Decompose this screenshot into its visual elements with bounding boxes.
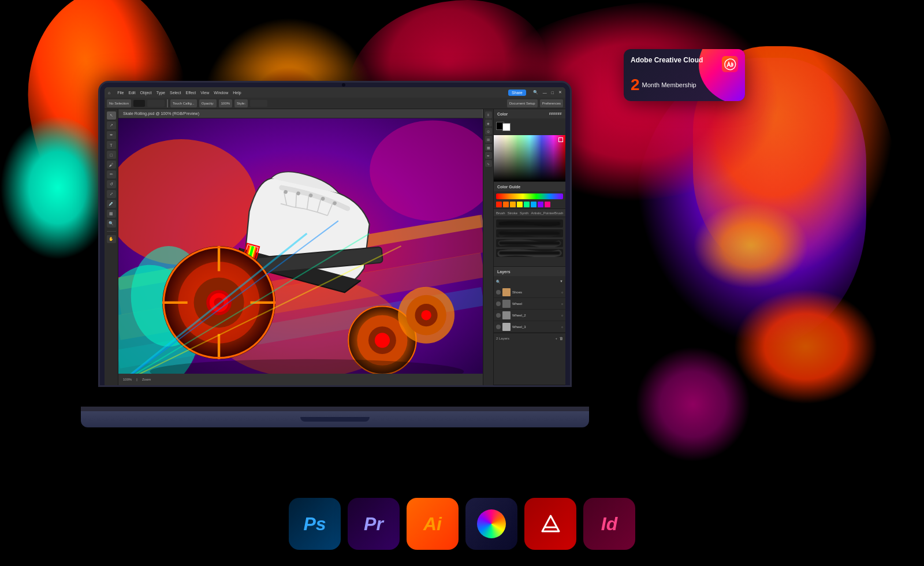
tool-rotate[interactable]: ↺ <box>107 180 116 188</box>
app-icon-aurora[interactable] <box>465 498 517 550</box>
menu-edit[interactable]: Edit <box>129 91 136 95</box>
brush-tab[interactable]: Brush <box>496 211 505 215</box>
splash-orange-bottom-right <box>733 289 878 404</box>
artistic-tab[interactable]: Artistic_PointerBrush <box>531 211 563 215</box>
layer-visibility-wheel3[interactable] <box>496 325 501 329</box>
brush-stroke-3[interactable] <box>496 239 563 247</box>
toolbar-color-swatch[interactable] <box>133 100 145 107</box>
harmony-swatches <box>496 202 563 207</box>
layer-visibility-shoes[interactable] <box>496 290 501 295</box>
layer-visibility-wheel2[interactable] <box>496 313 501 318</box>
color-swatches-row <box>496 121 563 131</box>
search-icon[interactable]: 🔍 <box>533 90 538 95</box>
brush-stroke-1[interactable] <box>496 219 563 228</box>
color-panel-title: Color <box>497 112 508 116</box>
brush-stroke-2[interactable] <box>496 229 563 237</box>
app-icon-id[interactable]: Id <box>583 498 635 550</box>
window-max-icon[interactable]: □ <box>552 91 554 95</box>
panel-icon-7[interactable]: ∿ <box>485 160 492 167</box>
harmony-swatch-8[interactable] <box>545 202 550 207</box>
panel-icon-2[interactable]: ◈ <box>485 120 492 126</box>
harmony-swatch-6[interactable] <box>531 202 536 207</box>
color-picker[interactable] <box>494 135 565 181</box>
id-label: Id <box>601 513 617 535</box>
toolbar-doc-setup[interactable]: Document Setup <box>507 99 538 107</box>
ai-canvas-area: Skate Rolling.psd @ 100% (RGB/Preview) <box>118 109 483 385</box>
layers-search-icon[interactable]: 🔍 <box>496 280 500 284</box>
ai-home-icon[interactable]: ⌂ <box>108 91 110 95</box>
aurora-gradient-icon <box>477 509 506 538</box>
harmony-swatch-3[interactable] <box>510 202 516 207</box>
canvas-zoom[interactable]: 100% <box>123 378 132 381</box>
toolbar-opacity-value[interactable]: 100% <box>219 99 232 107</box>
window-close-icon[interactable]: ✕ <box>558 90 562 95</box>
layer-add-icon[interactable]: + <box>555 337 557 340</box>
stroke-tab[interactable]: Stroke <box>508 211 517 215</box>
brush-stroke-4[interactable] <box>496 249 563 257</box>
layer-item-wheel3[interactable]: Wheel_3 ○ <box>494 321 565 333</box>
tool-direct-select[interactable]: ↗ <box>107 121 116 129</box>
laptop-notch <box>300 417 370 422</box>
panel-icon-1[interactable]: ≡ <box>485 111 492 118</box>
app-icon-ai[interactable]: Ai <box>407 498 459 550</box>
menu-type[interactable]: Type <box>157 91 165 95</box>
menu-file[interactable]: File <box>117 91 124 95</box>
toolbar-preferences[interactable]: Preferences <box>540 99 563 107</box>
harmony-swatch-7[interactable] <box>538 202 543 207</box>
panel-icon-6[interactable]: ✒ <box>485 152 492 159</box>
layer-thumb-wheel2 <box>502 311 511 319</box>
layer-delete-icon[interactable]: 🗑 <box>560 337 563 340</box>
laptop-camera <box>342 83 345 87</box>
harmony-swatch-1[interactable] <box>496 202 502 207</box>
acrobat-icon-svg <box>538 511 564 537</box>
app-icon-pr[interactable]: Pr <box>348 498 400 550</box>
layer-item-wheel[interactable]: Wheel ○ <box>494 298 565 310</box>
menu-select[interactable]: Select <box>170 91 181 95</box>
toolbar-touch[interactable]: Touch Callig... <box>170 99 197 107</box>
layer-lock-wheel2[interactable]: ○ <box>561 314 563 317</box>
menu-window[interactable]: Window <box>214 91 228 95</box>
panel-icon-3[interactable]: ⊙ <box>485 128 492 135</box>
harmony-swatch-5[interactable] <box>524 202 530 207</box>
layer-lock-shoes[interactable]: ○ <box>561 291 563 294</box>
ai-canvas-tab[interactable]: Skate Rolling.psd @ 100% (RGB/Preview) <box>118 109 483 118</box>
tool-zoom[interactable]: 🔍 <box>107 219 116 228</box>
tool-hand[interactable]: ✋ <box>107 235 116 243</box>
tool-paintbrush[interactable]: 🖌 <box>107 161 116 169</box>
color-controls <box>494 118 565 135</box>
tool-scale[interactable]: ⤢ <box>107 190 116 198</box>
layer-lock-wheel3[interactable]: ○ <box>561 325 563 329</box>
synth-tab[interactable]: Synth <box>520 211 528 215</box>
tool-eyedropper[interactable]: 💉 <box>107 200 116 208</box>
tool-pencil[interactable]: ✏ <box>107 170 116 178</box>
tool-gradient[interactable]: ▦ <box>107 210 116 218</box>
window-min-icon[interactable]: — <box>543 91 547 95</box>
panel-icon-5[interactable]: ▦ <box>485 144 492 151</box>
layer-lock-wheel[interactable]: ○ <box>561 302 563 306</box>
tool-select[interactable]: ↖ <box>107 111 116 120</box>
tool-pen[interactable]: ✒ <box>107 131 116 139</box>
harmony-swatch-2[interactable] <box>503 202 509 207</box>
share-button[interactable]: Share <box>508 90 526 96</box>
layer-item-shoes[interactable]: Shoes ○ <box>494 286 565 298</box>
bg-color-swatch[interactable] <box>502 123 511 131</box>
app-icon-acrobat[interactable] <box>524 498 576 550</box>
menu-view[interactable]: View <box>200 91 209 95</box>
layer-visibility-wheel[interactable] <box>496 301 501 306</box>
tool-text[interactable]: T <box>107 141 116 149</box>
toolbar-stroke[interactable] <box>147 100 165 107</box>
color-guide-bar <box>496 193 563 199</box>
app-icon-ps[interactable]: Ps <box>289 498 341 550</box>
adobe-card-title: Adobe Creative Cloud <box>631 56 703 65</box>
layer-item-wheel2[interactable]: Wheel_2 ○ <box>494 310 565 321</box>
layers-filter-icon[interactable]: ▼ <box>560 280 563 283</box>
harmony-swatch-4[interactable] <box>517 202 523 207</box>
toolbar-style-dropdown[interactable] <box>250 100 267 107</box>
layers-search-bar: 🔍 ▼ <box>494 276 565 286</box>
menu-effect[interactable]: Effect <box>185 91 196 95</box>
panel-icon-4[interactable]: ⊞ <box>485 136 492 143</box>
menu-object[interactable]: Object <box>140 91 152 95</box>
tool-shape[interactable]: □ <box>107 151 116 159</box>
menu-help[interactable]: Help <box>233 91 241 95</box>
color-guide-title: Color Guide <box>497 185 520 189</box>
